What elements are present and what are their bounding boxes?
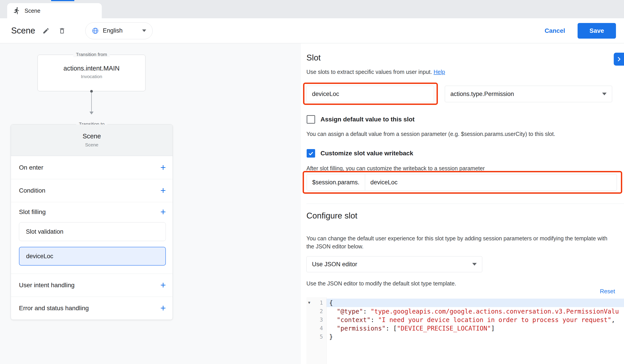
flow-arrow-line xyxy=(91,92,92,112)
scene-card-header[interactable]: Scene Scene xyxy=(11,125,173,156)
code-token: : xyxy=(363,308,371,315)
writeback-prefix: $session.params. xyxy=(307,174,365,190)
pencil-icon xyxy=(42,27,50,34)
assign-default-row[interactable]: Assign default value to this slot xyxy=(307,115,415,124)
intent-name: actions.intent.MAIN xyxy=(38,65,145,72)
writeback-label: Customize slot value writeback xyxy=(320,150,413,157)
tab-strip: Scene xyxy=(0,0,624,18)
help-link[interactable]: Help xyxy=(434,69,445,75)
code-line[interactable]: ▼ 1 { xyxy=(306,299,624,307)
section-divider xyxy=(306,204,624,204)
slot-title: Slot xyxy=(306,53,321,62)
code-line[interactable]: 5 } xyxy=(306,333,624,341)
slot-type-dropdown[interactable]: actions.type.Permission xyxy=(445,86,612,102)
section-label: User intent handling xyxy=(19,282,160,289)
line-number: 1 xyxy=(320,300,323,306)
add-icon[interactable]: + xyxy=(160,209,166,215)
save-button[interactable]: Save xyxy=(578,23,616,39)
code-token: "permissions" xyxy=(337,325,386,332)
scene-flow-panel: Transition from actions.intent.MAIN Invo… xyxy=(0,43,301,364)
slot-deviceloc-item[interactable]: deviceLoc xyxy=(19,247,166,266)
scene-card-subtitle: Scene xyxy=(11,142,173,148)
line-number: 4 xyxy=(320,325,323,331)
slot-name-value: deviceLoc xyxy=(312,91,339,98)
code-token: "DEVICE_PRECISE_LOCATION" xyxy=(397,325,491,332)
code-token: "type.googleapis.com/google.actions.conv… xyxy=(370,308,619,315)
configure-slot-description: You can change the default user experien… xyxy=(306,234,608,250)
writeback-row[interactable]: Customize slot value writeback xyxy=(307,149,413,157)
section-label: Error and status handling xyxy=(19,305,160,312)
chevron-down-icon xyxy=(472,263,477,266)
code-token: { xyxy=(329,299,333,307)
slot-description: Use slots to extract specific values fro… xyxy=(306,69,445,75)
flow-arrow-head xyxy=(89,112,94,114)
assign-default-checkbox[interactable] xyxy=(307,115,315,124)
code-token xyxy=(329,316,337,324)
line-number: 5 xyxy=(320,334,323,340)
language-label: English xyxy=(103,27,138,34)
writeback-checkbox[interactable] xyxy=(307,149,315,157)
code-line[interactable]: 2 "@type": "type.googleapis.com/google.a… xyxy=(306,307,624,315)
slot-type-value: actions.type.Permission xyxy=(450,91,514,98)
line-number: 3 xyxy=(320,317,323,323)
person-walk-icon xyxy=(13,7,21,15)
add-icon[interactable]: + xyxy=(160,305,166,312)
intent-subtitle: Invocation xyxy=(38,74,145,79)
slot-filling-header[interactable]: Slot filling + xyxy=(19,208,166,216)
loading-accent-bar xyxy=(51,0,74,1)
transition-from-box[interactable]: Transition from actions.intent.MAIN Invo… xyxy=(37,55,146,91)
editor-mode-dropdown[interactable]: Use JSON editor xyxy=(306,256,482,272)
section-label: On enter xyxy=(19,164,160,171)
slot-description-text: Use slots to extract specific values fro… xyxy=(306,69,432,75)
code-token xyxy=(329,325,337,332)
section-label: Slot filling xyxy=(19,208,160,216)
language-selector[interactable]: English xyxy=(85,22,153,39)
tab-scene[interactable]: Scene xyxy=(7,3,102,18)
code-token: : xyxy=(370,316,378,324)
writeback-input[interactable]: $session.params. deviceLoc xyxy=(307,174,617,191)
slot-name-input[interactable]: deviceLoc xyxy=(306,86,434,102)
code-token: "@type" xyxy=(337,308,363,315)
fold-icon[interactable]: ▼ xyxy=(307,301,311,305)
assign-default-label: Assign default value to this slot xyxy=(320,116,415,123)
header: Scene English Cancel Save xyxy=(0,18,624,43)
code-token: } xyxy=(329,333,333,340)
code-token: "I need your device location in order to… xyxy=(378,316,611,324)
scene-card: Transition to Scene Scene On enter + Con… xyxy=(11,124,173,320)
writeback-helper: After slot filling, you can customize th… xyxy=(306,165,485,172)
line-number: 2 xyxy=(320,308,323,314)
add-icon[interactable]: + xyxy=(160,164,166,171)
section-user-intent-handling[interactable]: User intent handling + xyxy=(11,274,173,297)
cancel-button[interactable]: Cancel xyxy=(541,25,569,37)
add-icon[interactable]: + xyxy=(160,282,166,288)
json-editor[interactable]: ▼ 1 { 2 "@type": "type.googleapis.com/go… xyxy=(306,297,624,364)
slot-detail-panel: Slot Use slots to extract specific value… xyxy=(301,43,624,364)
page-title: Scene xyxy=(11,26,35,35)
reset-link[interactable]: Reset xyxy=(600,288,615,295)
screen: Scene Scene English Cancel Save Transiti… xyxy=(0,0,624,364)
chevron-right-icon xyxy=(616,56,622,62)
globe-icon xyxy=(92,27,99,34)
section-slot-filling: Slot filling + Slot validation deviceLoc xyxy=(11,202,173,274)
collapse-panel-button[interactable] xyxy=(614,53,624,66)
slot-validation-item[interactable]: Slot validation xyxy=(19,222,166,241)
edit-scene-button[interactable] xyxy=(41,26,51,36)
section-error-status-handling[interactable]: Error and status handling + xyxy=(11,297,173,320)
code-line[interactable]: 4 "permissions": ["DEVICE_PRECISE_LOCATI… xyxy=(306,324,624,333)
transition-from-label: Transition from xyxy=(73,52,110,57)
code-token: "context" xyxy=(337,316,371,324)
check-icon xyxy=(308,150,314,156)
code-line[interactable]: 3 "context": "I need your device locatio… xyxy=(306,315,624,324)
add-icon[interactable]: + xyxy=(160,187,166,194)
section-label: Condition xyxy=(19,187,160,194)
writeback-value: deviceLoc xyxy=(365,179,398,186)
code-token: : [ xyxy=(386,325,397,332)
scene-card-title: Scene xyxy=(11,132,173,140)
code-token: ] xyxy=(491,325,495,332)
editor-mode-value: Use JSON editor xyxy=(312,261,357,268)
configure-slot-title: Configure slot xyxy=(306,211,357,220)
delete-scene-button[interactable] xyxy=(57,26,67,36)
section-on-enter[interactable]: On enter + xyxy=(11,156,173,179)
tab-label: Scene xyxy=(25,8,40,14)
section-condition[interactable]: Condition + xyxy=(11,179,173,202)
